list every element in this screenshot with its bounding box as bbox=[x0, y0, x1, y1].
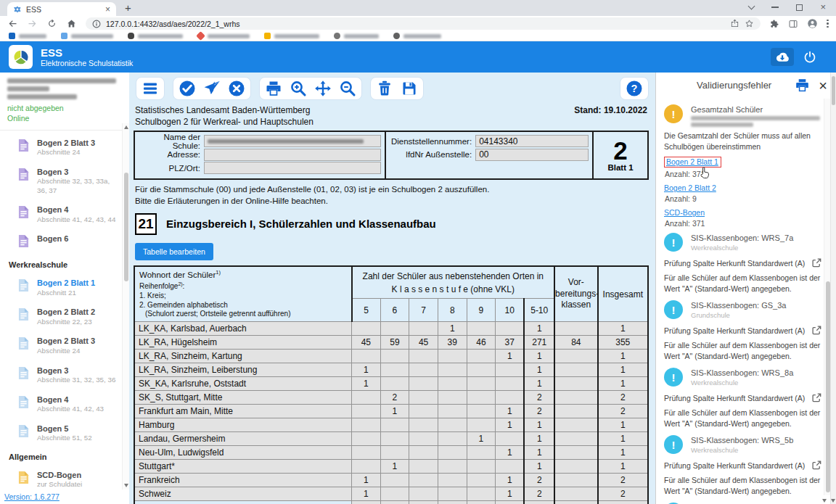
grade-cell[interactable] bbox=[380, 418, 409, 432]
zoom-out-icon[interactable] bbox=[339, 80, 356, 97]
grade-cell[interactable] bbox=[380, 322, 409, 336]
place-cell[interactable]: Landau, Germersheim bbox=[134, 432, 352, 446]
sidebar-item[interactable]: Bogen 2 Blatt 1Abschnitt 21 bbox=[18, 278, 118, 297]
window-chevron-icon[interactable] bbox=[748, 2, 755, 9]
total-cell[interactable]: 1 bbox=[598, 460, 648, 474]
grade-cell[interactable]: 2 bbox=[524, 391, 554, 405]
grade-cell[interactable]: 1 bbox=[496, 446, 525, 460]
edit-table-button[interactable]: Tabelle bearbeiten bbox=[135, 243, 213, 260]
cloud-download-button[interactable] bbox=[771, 48, 794, 66]
grade-cell[interactable]: 37 bbox=[496, 336, 525, 350]
grade-cell[interactable] bbox=[380, 363, 409, 377]
scroll-thumb[interactable] bbox=[832, 76, 835, 105]
grade-cell[interactable] bbox=[467, 350, 496, 363]
print-icon[interactable] bbox=[265, 80, 282, 97]
grade-cell[interactable] bbox=[467, 446, 496, 460]
grade-cell[interactable] bbox=[467, 405, 496, 418]
grade-cell[interactable]: 46 bbox=[467, 336, 496, 350]
share-icon[interactable] bbox=[730, 19, 739, 28]
delete-trash-icon[interactable] bbox=[376, 80, 393, 97]
grade-cell[interactable] bbox=[438, 474, 467, 487]
office-number-input[interactable]: 04143340 bbox=[475, 135, 589, 147]
scroll-thumb[interactable] bbox=[124, 173, 128, 281]
vkl-cell[interactable] bbox=[554, 377, 597, 391]
grade-cell[interactable] bbox=[438, 405, 467, 418]
place-cell[interactable]: LK_RA, Hügelsheim bbox=[134, 336, 352, 350]
sidebar-item[interactable]: Bogen 3Abschnitte 32, 33, 33a, 36, 37 bbox=[18, 167, 118, 196]
reload-button[interactable] bbox=[46, 18, 57, 29]
grade-cell[interactable] bbox=[352, 432, 381, 446]
grade-cell[interactable] bbox=[496, 363, 525, 377]
place-cell[interactable]: SK_S, Stuttgart, Mitte bbox=[134, 391, 352, 405]
version-link[interactable]: Version: 1.6.277 bbox=[4, 492, 60, 501]
save-icon[interactable] bbox=[401, 80, 418, 97]
vkl-cell[interactable] bbox=[554, 446, 597, 460]
vkl-cell[interactable] bbox=[554, 460, 597, 474]
place-cell[interactable]: Hamburg bbox=[134, 418, 352, 432]
grade-cell[interactable]: 1 bbox=[524, 363, 554, 377]
sidebar-item[interactable]: SCD-Bogenzur Schuldatei bbox=[18, 470, 118, 489]
side-panel-icon[interactable] bbox=[788, 19, 798, 29]
open-external-icon[interactable] bbox=[812, 460, 821, 470]
sidebar-item[interactable]: Bogen 3Abschnitte 31, 32, 35, 36 bbox=[18, 365, 118, 385]
total-cell[interactable]: 2 bbox=[598, 474, 648, 487]
help-icon[interactable]: ? bbox=[626, 80, 643, 97]
vkl-cell[interactable] bbox=[554, 474, 597, 487]
grade-cell[interactable]: 1 bbox=[496, 405, 525, 418]
grade-cell[interactable] bbox=[467, 363, 496, 377]
vkl-cell[interactable] bbox=[554, 363, 597, 377]
grade-cell[interactable]: 1 bbox=[352, 363, 381, 377]
vkl-cell[interactable] bbox=[554, 322, 597, 336]
place-cell[interactable]: LK_RA, Sinzheim, Leiberstung bbox=[134, 363, 352, 377]
grade-cell[interactable] bbox=[380, 350, 409, 363]
city-input[interactable] bbox=[204, 162, 381, 174]
grade-cell[interactable] bbox=[409, 460, 438, 474]
grade-cell[interactable] bbox=[352, 350, 381, 363]
grade-cell[interactable] bbox=[409, 418, 438, 432]
back-button[interactable] bbox=[7, 18, 18, 29]
sidebar-item[interactable]: Bogen 2 Blatt 3Abschnitte 24 bbox=[18, 336, 118, 355]
grade-cell[interactable] bbox=[409, 487, 438, 501]
bookmark-item[interactable] bbox=[264, 33, 319, 39]
grade-cell[interactable] bbox=[467, 474, 496, 487]
scroll-down-icon[interactable] bbox=[831, 499, 835, 503]
bookmark-item[interactable] bbox=[393, 33, 441, 39]
panel-scrollbar[interactable] bbox=[824, 99, 830, 495]
grade-cell[interactable] bbox=[409, 405, 438, 418]
grade-cell[interactable]: 1 bbox=[496, 474, 525, 487]
grade-cell[interactable] bbox=[352, 322, 381, 336]
grade-cell[interactable] bbox=[438, 391, 467, 405]
grade-cell[interactable]: 1 bbox=[380, 405, 409, 418]
power-logout-icon[interactable] bbox=[803, 50, 817, 65]
place-cell[interactable]: Schweiz bbox=[134, 487, 352, 501]
grade-cell[interactable]: 39 bbox=[438, 336, 467, 350]
grade-cell[interactable] bbox=[380, 432, 409, 446]
site-info-icon[interactable] bbox=[92, 20, 101, 28]
vkl-cell[interactable] bbox=[554, 391, 597, 405]
scroll-down-icon[interactable] bbox=[124, 484, 128, 487]
open-external-icon[interactable] bbox=[812, 326, 821, 335]
grade-cell[interactable] bbox=[380, 446, 409, 460]
grade-cell[interactable]: 59 bbox=[380, 336, 409, 350]
new-tab-button[interactable]: + bbox=[125, 1, 131, 16]
grade-cell[interactable]: 1 bbox=[524, 418, 554, 432]
grade-cell[interactable] bbox=[438, 446, 467, 460]
grade-cell[interactable] bbox=[409, 363, 438, 377]
scroll-up-icon[interactable] bbox=[124, 125, 128, 129]
grade-cell[interactable] bbox=[352, 405, 381, 418]
sidebar-scrollbar[interactable] bbox=[122, 123, 129, 489]
vkl-cell[interactable] bbox=[554, 350, 597, 363]
grade-cell[interactable]: 1 bbox=[524, 446, 554, 460]
vkl-cell[interactable] bbox=[554, 405, 597, 418]
window-minimize-button[interactable] bbox=[771, 7, 779, 8]
bookmark-item[interactable] bbox=[334, 33, 379, 39]
grade-cell[interactable] bbox=[352, 391, 381, 405]
sidebar-item[interactable]: Bogen 2 Blatt 2Abschnitte 22, 23 bbox=[18, 307, 118, 326]
grade-cell[interactable] bbox=[496, 432, 525, 446]
grade-cell[interactable]: 1 bbox=[496, 350, 525, 363]
grade-cell[interactable] bbox=[438, 350, 467, 363]
grade-cell[interactable] bbox=[496, 391, 525, 405]
vkl-cell[interactable] bbox=[554, 432, 597, 446]
total-cell[interactable]: 1 bbox=[598, 418, 648, 432]
place-cell[interactable]: LK_RA, Sinzheim, Kartung bbox=[134, 350, 352, 363]
